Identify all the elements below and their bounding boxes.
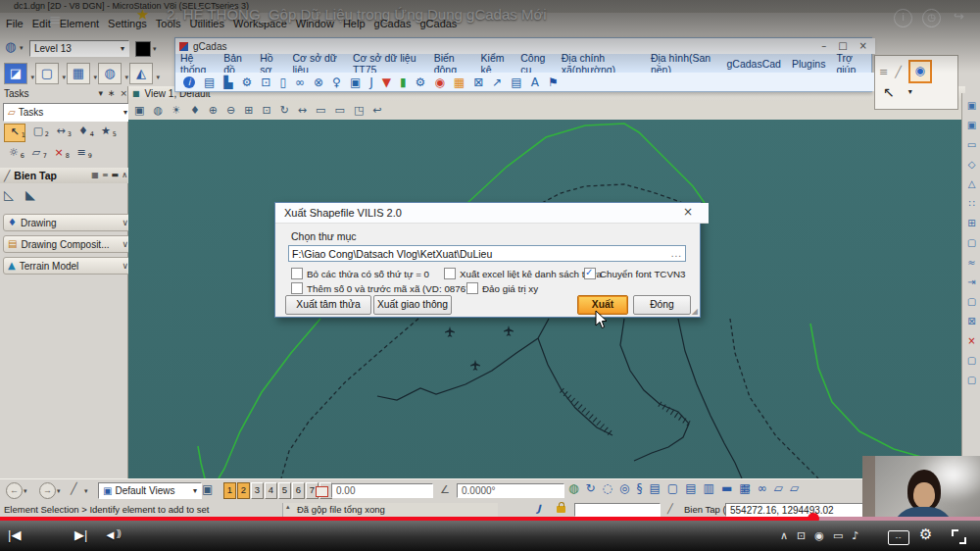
manipulate-tool-icon[interactable]: ⇥ — [967, 277, 975, 287]
fullscreen-icon[interactable] — [952, 529, 966, 544]
geo-tool-icon[interactable]: ↻ — [585, 482, 595, 494]
checkbox-box[interactable] — [584, 268, 596, 279]
gcadas-tool-icon[interactable]: ⊠ — [473, 76, 483, 88]
resize-grip[interactable]: ◢ — [692, 307, 698, 316]
view-tool-icon[interactable]: ◳ — [354, 105, 364, 116]
tasks-combo[interactable]: ▱ Tasks ▾ — [3, 103, 132, 122]
view-number-button[interactable]: 3 — [251, 482, 264, 499]
parcel-tool-icon[interactable]: ◺ — [4, 188, 14, 201]
view-tool-icon[interactable]: ↔ — [298, 105, 307, 116]
task-tool-icon[interactable]: ↖ — [4, 124, 25, 142]
manipulate-tool-icon[interactable]: ▢ — [967, 356, 976, 366]
gcadas-menu-item[interactable]: Địa chính xã(phường) — [557, 52, 645, 75]
tray-icon[interactable]: ⊡ — [797, 530, 806, 541]
checkbox-box[interactable] — [466, 282, 478, 294]
gcadas-menu-item[interactable]: Plugins — [787, 58, 830, 70]
next-button[interactable]: ▶| — [74, 527, 87, 542]
checkbox-box[interactable] — [444, 268, 456, 279]
geo-tool-icon[interactable]: ▤ — [685, 482, 696, 494]
export-parcel-center-button[interactable]: Xuất tâm thửa — [285, 295, 371, 315]
manipulate-tool-icon[interactable]: ▣ — [967, 121, 976, 130]
settings-gear-icon[interactable]: ⚙ — [919, 527, 932, 542]
gcadas-menu-item[interactable]: Kiểm kê — [476, 52, 515, 75]
view-number-button[interactable]: 5 — [278, 482, 291, 499]
manipulate-tool-icon[interactable]: ▢ — [967, 297, 976, 307]
chevron-down-icon[interactable]: ▾ — [98, 89, 103, 98]
geo-tool-icon[interactable]: ◎ — [619, 482, 629, 494]
view-number-button[interactable]: 2 — [237, 482, 250, 499]
geo-tool-icon[interactable]: ◌ — [603, 482, 612, 494]
fence-icon[interactable] — [316, 486, 328, 497]
tray-icon[interactable]: ◉ — [814, 530, 824, 541]
pin-icon[interactable]: ∗ — [108, 89, 116, 98]
geo-tool-icon[interactable]: ▥ — [704, 482, 714, 494]
task-tool-icon[interactable]: × — [49, 145, 69, 162]
group-drawing-composition[interactable]: ▤ Drawing Composit... ∨ — [3, 235, 133, 253]
geo-tool-icon[interactable]: ▤ — [650, 482, 661, 494]
menu-item[interactable]: Element — [60, 18, 99, 29]
export-traffic-button[interactable]: Xuất giao thông — [373, 295, 452, 315]
gcadas-tool-icon[interactable]: ⊡ — [261, 76, 270, 88]
geo-tool-icon[interactable]: § — [637, 482, 643, 494]
menu-item[interactable]: Edit — [32, 18, 51, 29]
close-icon[interactable]: × — [859, 41, 867, 51]
view-number-button[interactable]: 6 — [292, 482, 305, 499]
pencil-icon[interactable]: ≡ — [879, 67, 888, 77]
view-tool-icon[interactable]: ↻ — [280, 105, 289, 116]
gcadas-menu-item[interactable]: Trợ giúp — [831, 52, 871, 75]
view-tool-icon[interactable]: ♦ — [190, 105, 200, 116]
manipulate-tool-icon[interactable]: ≈ — [967, 258, 975, 268]
gcadas-tool-icon[interactable]: J — [369, 76, 373, 88]
geo-tool-icon[interactable]: ◍ — [568, 482, 578, 494]
subtitles-icon[interactable]: -- — [888, 530, 909, 545]
checkbox-xuat-excel[interactable]: Xuất excel liệt kê danh sách thửa — [444, 268, 602, 279]
task-tool-icon[interactable]: ♦ — [74, 124, 93, 140]
browse-button[interactable]: ... — [671, 248, 682, 259]
previous-button[interactable]: |◀ — [8, 527, 21, 542]
view-tool-icon[interactable]: ↩ — [372, 105, 381, 116]
snap-icon[interactable]: J — [537, 504, 541, 514]
close-icon[interactable]: × — [683, 206, 693, 218]
manipulate-tool-icon[interactable]: ⊞ — [967, 219, 975, 228]
tray-icon[interactable]: ∧ — [780, 530, 788, 541]
pen-icon[interactable]: ╱ — [71, 483, 77, 494]
minimize-icon[interactable]: – — [821, 41, 826, 51]
checkbox-box[interactable] — [291, 282, 303, 294]
chevron-down-icon[interactable]: ▾ — [908, 88, 912, 96]
toolbar-icon[interactable]: ◪ — [4, 63, 27, 84]
gcadas-tool-icon[interactable]: ▯ — [279, 76, 286, 88]
layout-toggle-icon[interactable]: ▬ — [112, 172, 120, 179]
parcel-tool-icon[interactable]: ◣ — [25, 188, 35, 201]
gcadas-tool-icon[interactable]: ⚑ — [548, 76, 559, 88]
gcadas-menu-item[interactable]: Công cụ — [515, 52, 556, 75]
manipulate-tool-icon[interactable]: × — [967, 336, 975, 346]
active-element-icon[interactable]: ◍ — [5, 40, 16, 53]
toolbar-icon[interactable]: ◍ — [98, 63, 122, 84]
chevron-down-icon[interactable]: ▾ — [84, 487, 88, 495]
close-button[interactable]: Đóng — [633, 295, 691, 315]
view-number-button[interactable]: 1 — [223, 482, 236, 499]
view-tool-icon[interactable]: ⊞ — [244, 105, 253, 116]
close-icon[interactable]: × — [120, 89, 127, 98]
gcadas-menu-item[interactable]: Cơ sở dữ liệu TT75 — [348, 52, 428, 75]
task-tool-icon[interactable]: ↔ — [51, 124, 71, 140]
view-tool-icon[interactable]: ⊖ — [226, 105, 235, 116]
gcadas-tool-icon[interactable]: ↗ — [492, 76, 502, 88]
gcadas-tool-icon[interactable]: i — [183, 76, 195, 88]
chevron-down-icon[interactable]: ▾ — [20, 44, 24, 52]
chevron-down-icon[interactable]: ▾ — [153, 45, 157, 53]
group-terrain-model[interactable]: ▲ Terrain Model ∨ — [3, 257, 133, 275]
color-swatch[interactable] — [135, 41, 151, 57]
view-tool-icon[interactable]: ⊕ — [209, 105, 218, 116]
bientap-section-header[interactable]: ╱ Bien Tap ▦≡▬∧ — [0, 168, 131, 183]
manipulate-tool-icon[interactable]: △ — [968, 179, 976, 189]
gcadas-menu-item[interactable]: Biến động — [429, 52, 475, 75]
task-tool-icon[interactable]: ★ — [96, 124, 116, 140]
link-tool-icon[interactable]: ∞ — [758, 482, 767, 494]
forward-button[interactable]: → — [39, 482, 56, 499]
gcadas-menu-item[interactable]: Hồ sơ — [255, 52, 286, 75]
active-tool-icon[interactable]: ◉ — [908, 60, 932, 83]
manipulate-tool-icon[interactable]: ◇ — [968, 160, 976, 170]
gcadas-tool-icon[interactable]: ⚙ — [416, 76, 426, 88]
volume-icon[interactable]: ◄ — [104, 527, 121, 542]
